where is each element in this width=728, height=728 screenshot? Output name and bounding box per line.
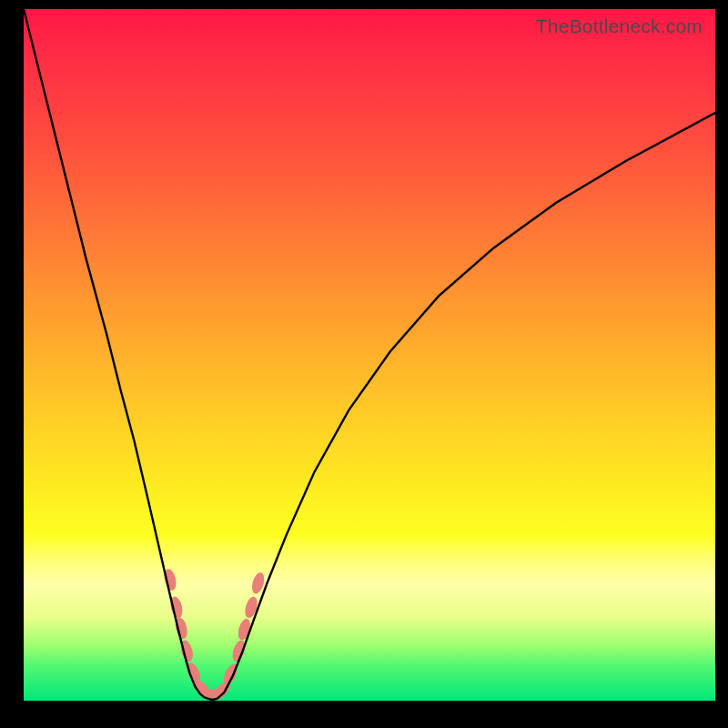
marker-layer	[163, 568, 267, 703]
curve-left-branch	[24, 9, 213, 700]
plot-area: TheBottleneck.com	[24, 9, 715, 701]
marker-bead	[243, 595, 259, 619]
chart-frame: TheBottleneck.com	[0, 0, 728, 728]
curve-right-branch	[213, 113, 715, 700]
curve-layer	[24, 9, 715, 701]
